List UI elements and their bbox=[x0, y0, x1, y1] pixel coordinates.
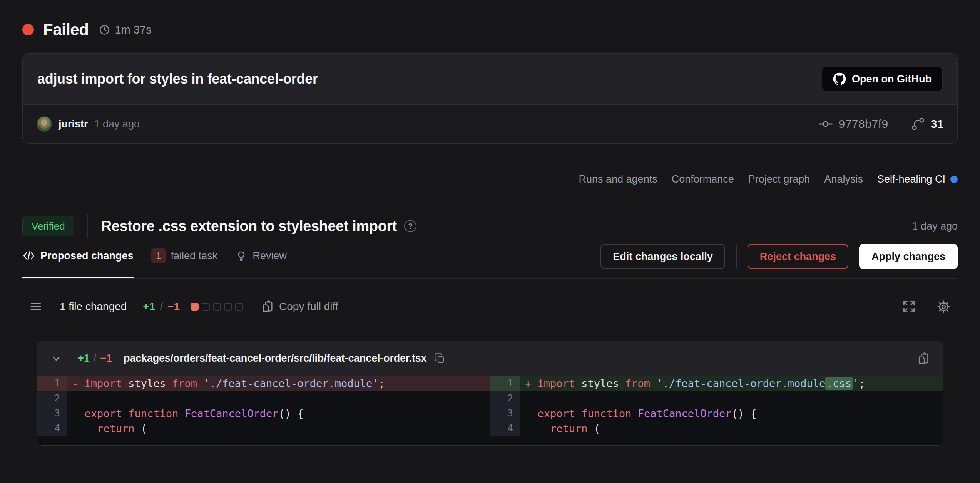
stat-square-filled bbox=[191, 303, 199, 311]
line-number: 1 bbox=[490, 376, 520, 391]
code-line: 1+import styles from './feat-cancel-orde… bbox=[490, 376, 943, 391]
tabs: Proposed changes 1 failed task Review bbox=[22, 243, 287, 272]
code-token: ( bbox=[135, 423, 147, 434]
copy-full-diff-button[interactable]: Copy full diff bbox=[261, 300, 338, 313]
code-token: from bbox=[625, 377, 650, 389]
diff-marker: - bbox=[72, 376, 85, 391]
commit-hash-group[interactable]: 9778b7f9 bbox=[818, 117, 888, 131]
code-token: import bbox=[85, 377, 122, 389]
diff-marker: + bbox=[525, 376, 538, 391]
code-token: './feat-cancel-order.module bbox=[656, 377, 825, 389]
file-list-menu-icon[interactable] bbox=[29, 300, 43, 314]
nav-item-label: Conformance bbox=[672, 173, 734, 185]
code-token: () { bbox=[731, 408, 756, 419]
nav-item-analysis[interactable]: Analysis bbox=[824, 173, 863, 185]
code-line: 4 return ( bbox=[490, 421, 943, 436]
edit-changes-locally-button[interactable]: Edit changes locally bbox=[600, 244, 725, 269]
nav-item-label: Runs and agents bbox=[579, 173, 657, 185]
diff-settings-gear-icon[interactable] bbox=[936, 299, 951, 314]
run-status-label: Failed bbox=[43, 20, 89, 39]
code-content bbox=[520, 391, 943, 406]
notification-dot-icon bbox=[950, 176, 958, 183]
run-duration: 1m 37s bbox=[115, 23, 151, 36]
code-content: return ( bbox=[67, 421, 490, 436]
github-logo-icon bbox=[833, 72, 846, 86]
line-number: 2 bbox=[490, 391, 520, 406]
line-number: 1 bbox=[37, 376, 67, 391]
additions-count: +1 bbox=[143, 300, 155, 313]
copy-full-diff-label: Copy full diff bbox=[279, 300, 338, 313]
diff-pane-new: 1+import styles from './feat-cancel-orde… bbox=[490, 376, 943, 445]
tab-review[interactable]: Review bbox=[235, 244, 287, 271]
pull-request-group[interactable]: 31 bbox=[911, 117, 943, 131]
tab-proposed-changes[interactable]: Proposed changes bbox=[22, 244, 134, 272]
tab-failed-task[interactable]: 1 failed task bbox=[151, 243, 218, 272]
code-token: FeatCancelOrder bbox=[185, 408, 279, 419]
failed-count-badge: 1 bbox=[151, 248, 166, 263]
line-number: 3 bbox=[37, 406, 67, 421]
code-token: FeatCancelOrder bbox=[638, 408, 732, 419]
chevron-down-icon[interactable] bbox=[50, 352, 62, 365]
code-token: styles bbox=[575, 377, 625, 389]
nav-item-runs-and-agents[interactable]: Runs and agents bbox=[579, 173, 657, 185]
copy-path-icon[interactable] bbox=[434, 352, 446, 364]
verified-badge: Verified bbox=[22, 216, 74, 236]
open-on-github-button[interactable]: Open on GitHub bbox=[822, 67, 943, 91]
code-token: return bbox=[550, 423, 588, 434]
code-token: .css bbox=[825, 377, 853, 390]
line-number: 4 bbox=[490, 421, 520, 436]
help-icon[interactable]: ? bbox=[404, 220, 416, 232]
nav-item-project-graph[interactable]: Project graph bbox=[748, 173, 810, 185]
nav-item-conformance[interactable]: Conformance bbox=[672, 173, 734, 185]
code-token bbox=[178, 408, 184, 419]
diff-panes: 1-import styles from './feat-cancel-orde… bbox=[37, 376, 943, 445]
pull-request-number: 31 bbox=[931, 117, 943, 131]
files-changed-label: 1 file changed bbox=[60, 300, 127, 313]
tabbar-row: Proposed changes 1 failed task Review Ed… bbox=[22, 243, 958, 279]
code-token bbox=[631, 408, 637, 419]
expand-fullscreen-icon[interactable] bbox=[902, 300, 916, 314]
failed-status-dot-icon bbox=[22, 24, 34, 35]
reject-changes-button[interactable]: Reject changes bbox=[748, 244, 848, 269]
line-number: 2 bbox=[37, 391, 67, 406]
code-token: ; bbox=[859, 377, 865, 389]
code-token bbox=[85, 423, 97, 434]
code-token: './feat-cancel-order.module' bbox=[203, 377, 378, 389]
diff-toolbar-right bbox=[902, 299, 951, 314]
code-token: import bbox=[538, 377, 575, 389]
file-additions-count: +1 bbox=[78, 352, 90, 364]
code-content: export function FeatCancelOrder() { bbox=[67, 406, 490, 421]
code-line: 4 return ( bbox=[37, 421, 490, 436]
code-token bbox=[122, 408, 128, 419]
code-content: return ( bbox=[520, 421, 943, 436]
fix-time-ago: 1 day ago bbox=[912, 220, 958, 232]
stat-square-empty bbox=[235, 303, 243, 311]
code-token: function bbox=[128, 408, 178, 419]
diff-card: +1 / −1 packages/orders/feat-cancel-orde… bbox=[37, 341, 943, 446]
commit-card: adjust import for styles in feat-cancel-… bbox=[22, 53, 958, 144]
code-token: export bbox=[538, 408, 575, 419]
diff-stat-squares bbox=[191, 303, 243, 311]
git-branch-icon bbox=[911, 117, 925, 131]
vertical-divider bbox=[87, 214, 88, 238]
fix-header: Verified Restore .css extension to style… bbox=[22, 214, 958, 238]
code-content bbox=[67, 391, 490, 406]
clipboard-icon bbox=[261, 300, 274, 313]
code-token: return bbox=[97, 423, 135, 434]
nav-item-self-healing-ci[interactable]: Self-healing CI bbox=[877, 173, 958, 185]
apply-changes-button[interactable]: Apply changes bbox=[859, 244, 958, 269]
file-deletions-count: −1 bbox=[100, 352, 112, 364]
run-status-header: Failed 1m 37s bbox=[22, 21, 958, 39]
code-token bbox=[575, 408, 581, 419]
file-stat-separator: / bbox=[94, 352, 97, 364]
tab-review-label: Review bbox=[253, 250, 287, 262]
code-token: ( bbox=[588, 423, 600, 434]
copy-file-diff-icon[interactable] bbox=[917, 352, 930, 365]
code-token bbox=[650, 377, 656, 389]
code-line: 1-import styles from './feat-cancel-orde… bbox=[37, 376, 490, 391]
code-token: export bbox=[85, 408, 122, 419]
code-line: 2 bbox=[490, 391, 943, 406]
page: Failed 1m 37s adjust import for styles i… bbox=[0, 0, 980, 446]
clock-icon bbox=[99, 24, 110, 36]
author-avatar bbox=[37, 116, 52, 132]
